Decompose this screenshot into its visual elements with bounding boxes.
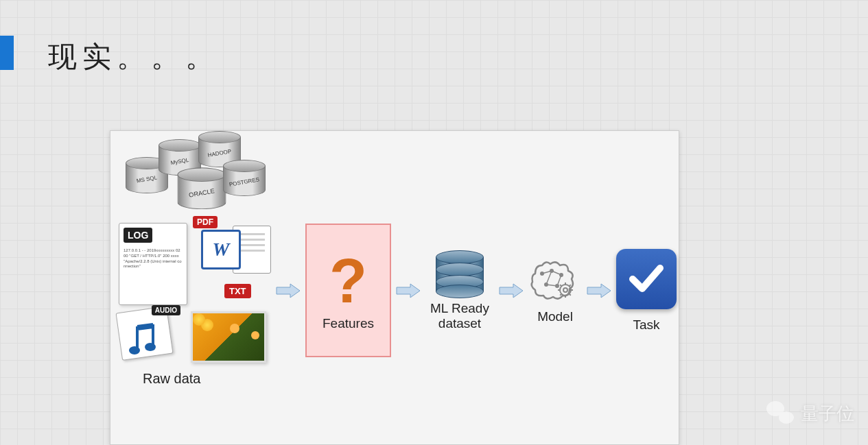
brain-gear-icon: [528, 257, 582, 305]
dataset-label: ML Ready dataset: [425, 301, 494, 331]
slide-title: 现实。。。: [48, 38, 220, 76]
raw-data-label: Raw data: [143, 371, 277, 387]
txt-badge: TXT: [224, 284, 251, 298]
watermark-text: 量子位: [801, 402, 854, 426]
ml-pipeline-diagram: MS SQL MySQL HADOOP ORACLE POSTGRES LOG …: [110, 130, 679, 445]
document-files-row: LOG 127.0.0.1 - - 2019xxxxxxxxx 0200 "GE…: [119, 223, 277, 305]
media-files-row: AUDIO: [119, 309, 277, 364]
question-mark-icon: ?: [329, 250, 367, 312]
arrow-icon: [498, 282, 524, 299]
word-icon: W: [201, 230, 241, 269]
model-stage: Model: [528, 257, 582, 324]
arrow-icon: [275, 282, 301, 299]
doc-stack-icon: PDF W TXT: [193, 223, 268, 305]
watermark: 量子位: [766, 401, 854, 426]
log-badge: LOG: [124, 228, 152, 243]
raw-data-column: MS SQL MySQL HADOOP ORACLE POSTGRES LOG …: [119, 131, 277, 387]
features-stage: ? Features: [305, 224, 391, 357]
audio-file-icon: AUDIO: [119, 309, 184, 364]
features-label: Features: [322, 316, 374, 331]
wechat-icon: [766, 401, 794, 426]
task-stage: Task: [616, 249, 677, 333]
slide-accent-tab: [0, 36, 14, 70]
photo-thumbnail-icon: [191, 311, 266, 363]
audio-badge: AUDIO: [152, 305, 180, 315]
pipeline-row: ? Features ML Ready dataset: [275, 224, 677, 357]
arrow-icon: [586, 282, 612, 299]
dataset-stage: ML Ready dataset: [425, 250, 494, 331]
svg-point-8: [563, 288, 567, 292]
model-label: Model: [537, 309, 573, 324]
svg-point-0: [129, 346, 140, 354]
database-icon: [436, 250, 484, 297]
arrow-icon: [395, 282, 421, 299]
music-note-icon: [127, 323, 165, 357]
log-file-icon: LOG 127.0.0.1 - - 2019xxxxxxxxx 0200 "GE…: [119, 223, 187, 305]
database-cluster-icon: MS SQL MySQL HADOOP ORACLE POSTGRES: [119, 131, 263, 220]
task-checkmark-icon: [616, 249, 677, 309]
task-label: Task: [633, 317, 659, 333]
pdf-badge: PDF: [193, 216, 218, 228]
svg-point-1: [145, 343, 156, 351]
